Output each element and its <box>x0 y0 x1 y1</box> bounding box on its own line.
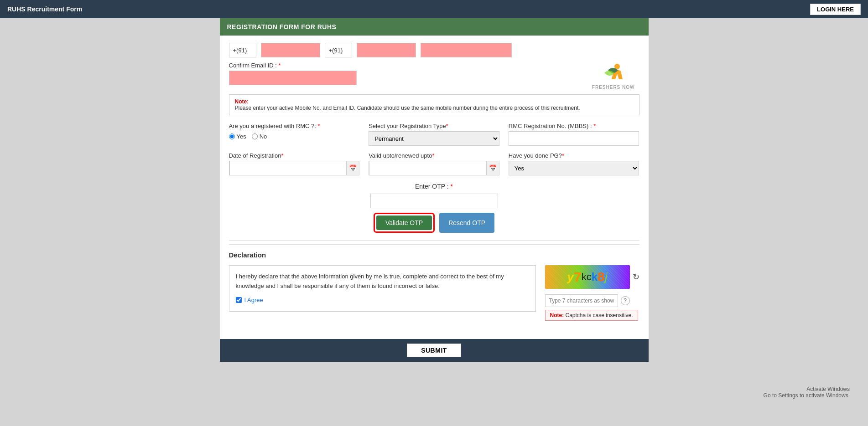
phone-number-2[interactable] <box>357 43 416 57</box>
rmc-no-label[interactable]: No <box>252 133 267 140</box>
windows-line2: Go to Settings to activate Windows. <box>764 392 850 399</box>
registration-type-select[interactable]: Permanent Temporary <box>369 131 499 146</box>
captcha-char-c: c <box>587 271 592 283</box>
freshers-now-logo <box>600 62 627 85</box>
captcha-help-icon[interactable]: ? <box>621 296 630 305</box>
login-button[interactable]: LOGIN HERE <box>810 4 861 15</box>
declaration-text-box: I hereby declare that the above informat… <box>229 265 536 312</box>
captcha-refresh-icon[interactable]: ↻ <box>633 272 639 282</box>
captcha-char-8: 8 <box>598 270 605 284</box>
calendar-icon-1[interactable]: 📅 <box>346 161 359 175</box>
rmc-yes-radio[interactable] <box>229 133 235 139</box>
rmc-registered-label: Are you a registered with RMC ?: * <box>229 123 360 129</box>
date-registration-input[interactable]: 04/10/2022 <box>229 161 347 175</box>
submit-button[interactable]: SUBMIT <box>407 344 461 357</box>
captcha-input[interactable] <box>545 294 618 307</box>
phone-number-1[interactable] <box>261 43 320 57</box>
rmc-registered-group: Are you a registered with RMC ?: * Yes N… <box>229 123 360 146</box>
valid-upto-wrapper: 14/04/2023 📅 <box>369 161 499 175</box>
phone-prefix-2[interactable] <box>325 43 352 57</box>
submit-bar: SUBMIT <box>220 339 649 362</box>
valid-upto-input[interactable]: 14/04/2023 <box>369 161 486 175</box>
main-container: REGISTRATION FORM FOR RUHS Confirm Email… <box>220 18 649 362</box>
declaration-section: Declaration I hereby declare that the ab… <box>229 244 639 327</box>
captcha-char-y: y <box>567 270 574 284</box>
agree-checkbox[interactable] <box>236 297 242 303</box>
valid-upto-group: Valid upto/renewed upto* 14/04/2023 📅 <box>369 152 499 175</box>
confirm-email-row: Confirm Email ID : * FRESHERS NOW <box>229 62 639 90</box>
captcha-section: y 7 k c k 8 j ↻ ? <box>545 265 639 321</box>
agree-label[interactable]: I Agree <box>244 296 263 305</box>
agree-row: I Agree <box>236 296 529 305</box>
calendar-icon-2[interactable]: 📅 <box>486 161 499 175</box>
rmc-reg-no-group: RMC Registration No. (MBBS) : * 78955658… <box>509 123 639 146</box>
rmc-row: Are you a registered with RMC ?: * Yes N… <box>229 123 639 146</box>
declaration-title: Declaration <box>229 251 639 259</box>
validate-otp-button[interactable]: Validate OTP <box>376 216 432 230</box>
captcha-image-row: y 7 k c k 8 j ↻ <box>545 265 639 289</box>
valid-upto-label: Valid upto/renewed upto* <box>369 152 499 159</box>
windows-line1: Activate Windows <box>764 386 850 392</box>
captcha-image: y 7 k c k 8 j <box>545 265 630 289</box>
rmc-yes-label[interactable]: Yes <box>229 133 246 140</box>
registration-type-label: Select your Registration Type* <box>369 123 499 129</box>
declaration-text: I hereby declare that the above informat… <box>236 273 504 289</box>
rmc-reg-no-label: RMC Registration No. (MBBS) : * <box>509 123 639 129</box>
phone-row-top <box>229 43 639 57</box>
confirm-email-label: Confirm Email ID : * <box>229 62 592 69</box>
captcha-note-text: Captcha is case insensitive. <box>566 312 633 318</box>
date-row: Date of Registration* 04/10/2022 📅 Valid… <box>229 152 639 175</box>
pg-done-select[interactable]: Yes No <box>509 161 639 175</box>
phone-prefix-1[interactable] <box>229 43 256 57</box>
captcha-char-j: j <box>605 270 608 284</box>
captcha-note-label: Note: <box>550 312 564 318</box>
declaration-content: I hereby declare that the above informat… <box>229 265 639 321</box>
rmc-reg-no-input[interactable]: 789556587774 <box>509 131 639 146</box>
captcha-char-7: 7 <box>574 269 582 285</box>
logo-label: FRESHERS NOW <box>592 85 635 90</box>
otp-input[interactable]: ...... <box>370 194 498 208</box>
pg-done-group: Have you done PG?* Yes No <box>509 152 639 175</box>
rmc-radio-group: Yes No <box>229 133 360 142</box>
windows-notice: Activate Windows Go to Settings to activ… <box>764 386 850 399</box>
captcha-char-k2: k <box>592 271 598 283</box>
resend-otp-button[interactable]: Resend OTP <box>439 213 494 233</box>
pg-done-label: Have you done PG?* <box>509 152 639 159</box>
otp-section: Enter OTP : * ...... Validate OTP Resend… <box>229 183 639 233</box>
registration-type-group: Select your Registration Type* Permanent… <box>369 123 499 146</box>
validate-btn-wrapper: Validate OTP <box>374 213 435 233</box>
date-registration-group: Date of Registration* 04/10/2022 📅 <box>229 152 360 175</box>
captcha-char-k1: k <box>582 271 587 283</box>
form-header-title: REGISTRATION FORM FOR RUHS <box>227 23 337 31</box>
otp-label: Enter OTP : * <box>229 183 639 190</box>
top-bar: RUHS Recruitment Form LOGIN HERE <box>0 0 868 18</box>
logo-area: FRESHERS NOW <box>592 62 635 90</box>
note-title: Note: <box>235 98 249 105</box>
note-box: Note: Please enter your active Mobile No… <box>229 94 639 115</box>
note-text: Please enter your active Mobile No. and … <box>235 105 580 111</box>
captcha-input-row: ? <box>545 294 630 307</box>
confirm-email-input[interactable] <box>229 71 357 85</box>
otp-buttons: Validate OTP Resend OTP <box>229 213 639 233</box>
date-registration-label: Date of Registration* <box>229 152 360 159</box>
date-registration-wrapper: 04/10/2022 📅 <box>229 161 360 175</box>
email-field-top[interactable] <box>421 43 512 57</box>
captcha-note: Note: Captcha is case insensitive. <box>545 310 638 321</box>
confirm-email-section: Confirm Email ID : * <box>229 62 592 85</box>
rmc-no-radio[interactable] <box>252 133 258 139</box>
form-header: REGISTRATION FORM FOR RUHS <box>220 18 649 36</box>
form-body: Confirm Email ID : * FRESHERS NOW <box>220 36 649 334</box>
app-title: RUHS Recruitment Form <box>7 5 82 13</box>
